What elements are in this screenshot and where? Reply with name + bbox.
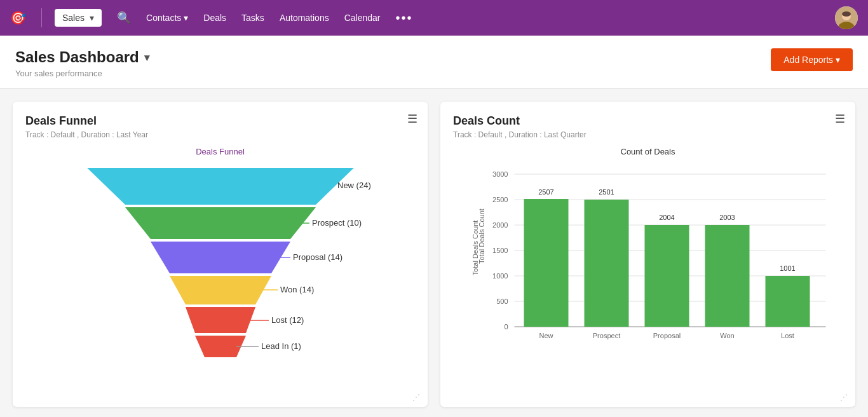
app-logo-icon: 🎯 xyxy=(10,10,26,25)
workspace-chevron-icon: ▾ xyxy=(90,13,94,23)
nav-divider xyxy=(41,8,42,27)
svg-text:New: New xyxy=(539,332,553,339)
svg-text:Proposal (14): Proposal (14) xyxy=(293,252,342,262)
svg-rect-4 xyxy=(842,11,851,17)
funnel-card-subtitle: Track : Default , Duration : Last Year xyxy=(25,130,415,139)
deals-funnel-card: Deals Funnel Track : Default , Duration … xyxy=(13,102,428,407)
navbar: 🎯 Sales ▾ 🔍 Contacts ▾ Deals Tasks Autom… xyxy=(0,0,868,36)
svg-marker-7 xyxy=(151,242,290,273)
svg-text:Proposal: Proposal xyxy=(653,332,681,339)
bar-won xyxy=(705,225,750,327)
dashboard-body: Deals Funnel Track : Default , Duration … xyxy=(0,89,868,417)
workspace-dropdown[interactable]: Sales ▾ xyxy=(55,9,102,27)
svg-text:Prospect (10): Prospect (10) xyxy=(312,218,362,228)
svg-text:Lead In (1): Lead In (1) xyxy=(261,341,301,351)
svg-text:500: 500 xyxy=(496,297,508,305)
svg-text:2500: 2500 xyxy=(492,196,508,203)
svg-text:Lost: Lost xyxy=(781,332,794,339)
deals-nav-link[interactable]: Deals xyxy=(203,13,226,23)
funnel-svg: New (24) Prospect (10) Proposal (14) Won… xyxy=(68,161,373,365)
svg-marker-9 xyxy=(186,307,255,333)
calendar-nav-link[interactable]: Calendar xyxy=(344,13,381,23)
contacts-nav-link[interactable]: Contacts ▾ xyxy=(146,13,188,23)
svg-text:2003: 2003 xyxy=(719,214,735,221)
workspace-label: Sales xyxy=(62,13,85,23)
avatar[interactable] xyxy=(835,6,858,29)
svg-text:1000: 1000 xyxy=(492,272,508,280)
svg-text:Won: Won xyxy=(720,332,734,339)
nav-links: Contacts ▾ Deals Tasks Automations Calen… xyxy=(146,11,825,25)
bar-new xyxy=(524,199,569,327)
svg-text:1500: 1500 xyxy=(492,247,508,254)
y-axis-text: Total Deals Count xyxy=(471,221,479,276)
bar-proposal xyxy=(645,225,689,327)
page-title-area: Sales Dashboard ▾ Your sales performance xyxy=(15,48,149,78)
resize-handle-icon-2: ⋰ xyxy=(840,393,848,402)
add-reports-button[interactable]: Add Reports ▾ xyxy=(771,48,853,71)
svg-text:2004: 2004 xyxy=(659,214,674,221)
page-subtitle: Your sales performance xyxy=(15,69,149,78)
deals-count-card: Deals Count Track : Default , Duration :… xyxy=(440,102,855,407)
resize-handle-icon: ⋰ xyxy=(412,393,420,402)
svg-text:1001: 1001 xyxy=(780,264,795,272)
bar-lost xyxy=(766,276,810,327)
title-chevron-icon[interactable]: ▾ xyxy=(144,51,149,64)
svg-text:Lost (12): Lost (12) xyxy=(271,315,304,325)
funnel-chart-title: Deals Funnel xyxy=(25,147,415,156)
search-icon[interactable]: 🔍 xyxy=(117,11,131,25)
tasks-nav-link[interactable]: Tasks xyxy=(241,13,264,23)
svg-text:New (24): New (24) xyxy=(337,181,371,190)
bar-chart-svg: 3000 2500 2000 1500 1000 500 0 2507 xyxy=(466,161,855,352)
funnel-card-title: Deals Funnel xyxy=(25,114,415,128)
svg-text:2507: 2507 xyxy=(538,188,553,196)
bar-chart-title: Count of Deals xyxy=(453,147,843,156)
bar-prospect xyxy=(585,200,629,327)
page-title: Sales Dashboard ▾ xyxy=(15,48,149,66)
svg-text:2501: 2501 xyxy=(599,188,614,196)
deals-count-menu-icon[interactable]: ☰ xyxy=(835,112,845,126)
deals-count-title: Deals Count xyxy=(453,114,843,128)
automations-nav-link[interactable]: Automations xyxy=(280,13,329,23)
svg-text:0: 0 xyxy=(504,323,508,331)
svg-text:Prospect: Prospect xyxy=(593,332,620,339)
page-header: Sales Dashboard ▾ Your sales performance… xyxy=(0,36,868,89)
deals-count-subtitle: Track : Default , Duration : Last Quarte… xyxy=(453,130,843,139)
funnel-menu-icon[interactable]: ☰ xyxy=(407,112,417,126)
svg-marker-6 xyxy=(125,207,316,239)
svg-text:3000: 3000 xyxy=(492,170,508,178)
svg-text:2000: 2000 xyxy=(492,221,508,229)
svg-text:Won (14): Won (14) xyxy=(280,285,314,294)
more-nav-icon[interactable]: ••• xyxy=(396,11,413,25)
contacts-chevron-icon: ▾ xyxy=(184,13,188,23)
svg-marker-5 xyxy=(87,168,354,205)
